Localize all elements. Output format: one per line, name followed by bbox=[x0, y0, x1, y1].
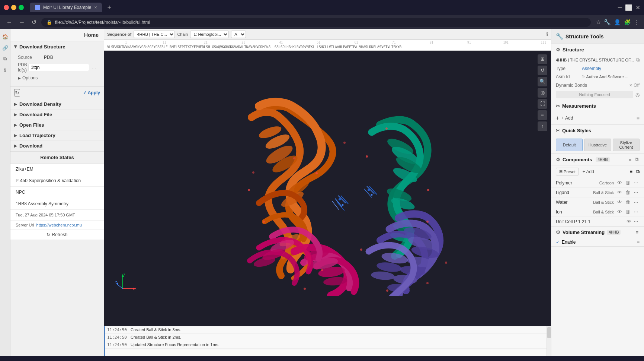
ion-eye-button[interactable]: 👁 bbox=[616, 209, 623, 215]
nav-back-button[interactable]: ← bbox=[4, 18, 14, 26]
profile-icon[interactable]: 👤 bbox=[614, 19, 621, 26]
nav-reload-button[interactable]: ↺ bbox=[30, 18, 38, 26]
svg-point-46 bbox=[315, 172, 318, 174]
zoom-button[interactable]: 🔍 bbox=[538, 77, 547, 86]
viewport[interactable]: ⊞ ↺ 🔍 ◎ ⛶ ≡ ↑ y x z bbox=[104, 51, 551, 326]
components-filter-button[interactable]: ≡ bbox=[627, 156, 632, 163]
download-structure-toggle[interactable]: ▶ Download Structure bbox=[10, 41, 104, 52]
ligand-more-button[interactable]: ⋯ bbox=[632, 189, 640, 196]
bookmark-icon[interactable]: ☆ bbox=[596, 19, 601, 26]
quick-styles-header: ✂ Quick Styles bbox=[551, 125, 644, 136]
tab-close-button[interactable]: × bbox=[94, 5, 97, 10]
remote-item-zika[interactable]: Zika+EM bbox=[10, 164, 104, 175]
extensions-icon[interactable]: 🔧 bbox=[604, 19, 611, 26]
address-bar[interactable]: 🔒 file:///c%3A/Projects/test/molstar-lib… bbox=[41, 18, 591, 27]
quick-styles-title: Quick Styles bbox=[562, 128, 591, 133]
window-minimize-button[interactable] bbox=[11, 5, 16, 10]
remote-item-1rb8[interactable]: 1RB8 Assembly Symmetry bbox=[10, 198, 104, 210]
structure-section-header: ⚙ Structure bbox=[551, 44, 644, 56]
sequence-entry-select[interactable]: 4HHB | THE C... bbox=[134, 31, 175, 38]
polymer-eye-button[interactable]: 👁 bbox=[616, 180, 623, 186]
browser-restore-icon[interactable]: ⬜ bbox=[625, 4, 632, 11]
measurements-filter-icon[interactable]: ≡ bbox=[637, 115, 640, 121]
sidebar-layers-icon[interactable]: ⧉ bbox=[1, 55, 9, 63]
download-density-toggle[interactable]: ▶ Download Density bbox=[10, 99, 104, 109]
structure-tools-header: 🔧 Structure Tools bbox=[551, 29, 644, 44]
pdb-id-more-icon[interactable]: … bbox=[92, 65, 96, 70]
volume-streaming-title-area: ⚙ Volume Streaming 4HHB bbox=[556, 229, 634, 235]
volume-streaming-filter-button[interactable]: ≡ bbox=[634, 229, 640, 235]
load-trajectory-toggle[interactable]: ▶ Load Trajectory bbox=[10, 130, 104, 140]
download-structure-label: Download Structure bbox=[19, 44, 65, 50]
pdb-id-input[interactable] bbox=[28, 64, 89, 71]
apply-button[interactable]: ✓ Apply bbox=[83, 90, 100, 95]
svg-point-51 bbox=[360, 248, 362, 251]
settings-button[interactable]: ≡ bbox=[538, 110, 547, 120]
browser-close-icon[interactable]: ✕ bbox=[635, 4, 640, 11]
add-measurement-button[interactable]: + + Add ≡ bbox=[556, 115, 640, 121]
qs-illustrative-button[interactable]: Illustrative bbox=[584, 139, 611, 151]
preset-button[interactable]: ⊞ Preset bbox=[556, 168, 579, 175]
water-icons: 👁 🗑 ⋯ bbox=[616, 199, 640, 205]
focus-target-icon[interactable]: ◎ bbox=[635, 92, 640, 98]
polymer-delete-button[interactable]: 🗑 bbox=[624, 180, 631, 186]
download-file-toggle[interactable]: ▶ Download File bbox=[10, 109, 104, 120]
structure-type-value: Assembly bbox=[582, 66, 601, 71]
refresh-button[interactable]: ↻ bbox=[14, 89, 20, 96]
options-row[interactable]: ▶ Options bbox=[18, 74, 96, 82]
water-eye-button[interactable]: 👁 bbox=[616, 199, 623, 205]
qs-stylize-button[interactable]: Stylize Current bbox=[613, 139, 640, 151]
ion-more-button[interactable]: ⋯ bbox=[632, 209, 640, 215]
svg-point-45 bbox=[371, 194, 372, 196]
nav-forward-button[interactable]: → bbox=[17, 18, 27, 26]
structure-entry-title: 4HHB | THE CRYSTAL STRUCTURE OF... bbox=[556, 58, 634, 62]
ion-delete-button[interactable]: 🗑 bbox=[624, 209, 631, 215]
unit-cell-hide-button[interactable]: 👁 bbox=[625, 218, 632, 225]
download-toggle[interactable]: ▶ Download bbox=[10, 140, 104, 151]
open-files-toggle[interactable]: ▶ Open Files bbox=[10, 120, 104, 130]
water-more-button[interactable]: ⋯ bbox=[632, 199, 640, 205]
remote-item-npc[interactable]: NPC bbox=[10, 187, 104, 198]
browser-minimize-icon[interactable]: ─ bbox=[618, 4, 622, 11]
sidebar-home-icon[interactable]: 🏠 bbox=[1, 33, 9, 40]
snapshot-button[interactable]: ⊞ bbox=[538, 54, 547, 64]
components-copy-button[interactable]: ⧉ bbox=[634, 156, 640, 163]
add-component-button[interactable]: + Add bbox=[581, 168, 596, 175]
enable-label: Enable bbox=[562, 240, 576, 245]
menu-icon[interactable]: ⋮ bbox=[634, 19, 640, 26]
sidebar-info-icon[interactable]: ℹ bbox=[1, 66, 9, 74]
browser-tab[interactable]: Mol* UI Library Example × bbox=[30, 3, 102, 12]
volume-streaming-settings-icon[interactable]: ≡ bbox=[637, 240, 640, 245]
window-maximize-button[interactable] bbox=[19, 5, 24, 10]
remote-refresh-button[interactable]: ↻ Refresh bbox=[47, 232, 67, 237]
puzzle-icon[interactable]: 🧩 bbox=[624, 19, 631, 26]
focus-button[interactable]: ◎ bbox=[538, 88, 547, 98]
sequence-amino-acids[interactable]: VLSPADKTNVKAAWGKVGAHAGEYGAEALE RMFLSFPTT… bbox=[107, 45, 548, 50]
ligand-eye-button[interactable]: 👁 bbox=[616, 189, 623, 196]
chain-select[interactable]: 1: Hemoglobi... bbox=[190, 31, 229, 38]
log-scroll-thumb[interactable] bbox=[547, 327, 551, 338]
window-close-button[interactable] bbox=[4, 5, 9, 10]
structure-copy-icon[interactable]: ⧉ bbox=[636, 57, 640, 63]
log-scrollbar[interactable] bbox=[547, 326, 551, 356]
unit-cell-more-button[interactable]: ⋯ bbox=[632, 218, 640, 225]
expand-button[interactable]: ⛶ bbox=[538, 99, 547, 109]
new-tab-button[interactable]: + bbox=[105, 4, 113, 12]
qs-default-button[interactable]: Default bbox=[556, 139, 583, 151]
sidebar-network-icon[interactable]: 🔗 bbox=[1, 44, 9, 51]
sequence-text: 1 11 21 31 41 51 61 71 81 91 bbox=[104, 40, 551, 51]
water-delete-button[interactable]: 🗑 bbox=[624, 199, 631, 205]
sequence-info-button[interactable]: ℹ bbox=[546, 31, 548, 37]
chain-letter-select[interactable]: A bbox=[231, 31, 246, 38]
remote-item-p450[interactable]: P-450 Superposition & Validation bbox=[10, 175, 104, 187]
components-preset-filter[interactable]: ≡ bbox=[629, 169, 632, 174]
volume-streaming-section: ⚙ Volume Streaming 4HHB ≡ ✓ Enable ≡ bbox=[551, 227, 644, 247]
arrow-mode-button[interactable]: ↑ bbox=[538, 121, 547, 131]
ligand-delete-button[interactable]: 🗑 bbox=[624, 189, 631, 196]
polymer-more-button[interactable]: ⋯ bbox=[632, 180, 640, 186]
polymer-icons: 👁 🗑 ⋯ bbox=[616, 180, 640, 186]
reset-camera-button[interactable]: ↺ bbox=[538, 66, 547, 75]
load-trajectory-label: Load Trajectory bbox=[19, 133, 55, 138]
dynamic-bonds-close-button[interactable]: × bbox=[629, 82, 632, 88]
components-preset-copy[interactable]: ⧉ bbox=[636, 169, 640, 175]
